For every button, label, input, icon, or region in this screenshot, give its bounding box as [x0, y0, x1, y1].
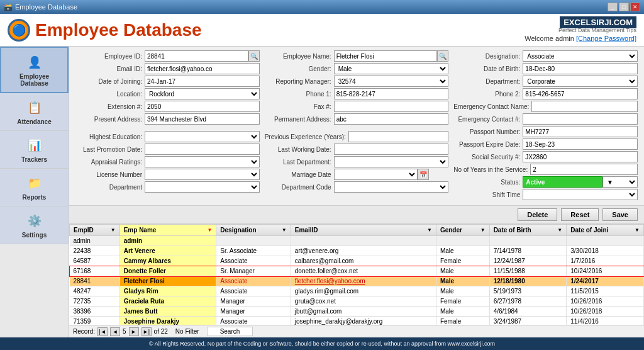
dept-code-label: Department Code — [265, 184, 334, 191]
last-promotion-input[interactable] — [145, 144, 260, 155]
fax-label: Fax #: — [265, 103, 334, 110]
sidebar-item-settings[interactable]: ⚙️ Settings — [0, 206, 69, 244]
shift-time-row: Shift Time — [453, 189, 638, 200]
employee-id-search-button[interactable]: 🔍 — [248, 50, 260, 62]
col-emailid[interactable]: EmailID▼ — [291, 225, 436, 236]
emp-name-search-button[interactable]: 🔍 — [437, 50, 448, 62]
table-row[interactable]: 22438Art VenereSr. Associateart@venere.o… — [70, 246, 644, 256]
marriage-calendar-button[interactable]: 📅 — [418, 169, 429, 180]
app-header: 🔵 Employee Database EXCELSIRJI.COM Perfe… — [0, 14, 644, 47]
designation-select[interactable]: Associate — [523, 50, 638, 62]
table-row[interactable]: 64587Cammy AlbaresAssociatecalbares@gmai… — [70, 256, 644, 266]
emp-name-field-wrap: 🔍 — [334, 50, 449, 62]
maximize-button[interactable]: □ — [619, 3, 629, 11]
present-address-row: Present Address: — [75, 113, 260, 125]
employee-id-input[interactable] — [145, 50, 248, 62]
phone1-input[interactable] — [334, 88, 449, 99]
emergency-num-input[interactable] — [523, 113, 638, 125]
table-row[interactable]: 48247Gladys RimAssociategladys.rim@gmail… — [70, 286, 644, 296]
gender-select[interactable]: Male — [334, 63, 449, 74]
highest-education-select[interactable] — [145, 131, 260, 142]
close-button[interactable]: ✕ — [630, 3, 640, 11]
form-col2: Employee Name: 🔍 Gender: Male Reporting … — [265, 50, 449, 201]
brand-subtitle: Perfect Data Management Tips — [525, 27, 636, 33]
minimize-button[interactable]: _ — [608, 3, 618, 11]
prev-exp-input[interactable] — [348, 131, 449, 142]
table-row[interactable]: 72735Graciela RutaManagergruta@cox.netFe… — [70, 296, 644, 307]
date-joining-input[interactable] — [145, 76, 260, 87]
marriage-date-label: Marriage Date — [265, 171, 334, 178]
marriage-date-select[interactable] — [334, 169, 418, 180]
table-row[interactable]: adminadmin — [70, 236, 644, 246]
years-service-input[interactable] — [530, 164, 638, 175]
sidebar-item-employee[interactable]: 👤 EmployeeDatabase — [0, 47, 69, 93]
department-c1-select[interactable] — [145, 181, 260, 193]
sidebar-label-attendance: Attendance — [17, 118, 51, 125]
cell-dob: 12/18/1980 — [489, 276, 567, 286]
sidebar-item-reports[interactable]: 📁 Reports — [0, 169, 69, 206]
dob-input[interactable] — [523, 63, 638, 74]
table-row[interactable]: 67168Donette FollerSr. Managerdonette.fo… — [70, 266, 644, 276]
last-promotion-row: Last Promotion Date: — [75, 144, 260, 155]
cell-gender: Male — [436, 286, 489, 296]
employee-id-field-wrap: 🔍 — [145, 50, 260, 62]
extension-input[interactable] — [145, 101, 260, 112]
email-id-label: Email ID: — [75, 65, 145, 72]
delete-button[interactable]: Delete — [518, 208, 557, 221]
last-dept-select[interactable] — [334, 156, 449, 167]
next-record-button[interactable]: ► — [129, 327, 139, 336]
sidebar-item-attendance[interactable]: 📋 Attendance — [0, 93, 69, 131]
fax-input[interactable] — [334, 101, 449, 112]
status-select[interactable]: ▼ — [602, 176, 638, 188]
col-doi[interactable]: Date of Joini▼ — [567, 225, 644, 236]
location-select[interactable]: Rockford — [145, 88, 260, 99]
dept-code-select[interactable] — [334, 181, 449, 193]
dept-code-row: Department Code — [265, 181, 449, 193]
appraisal-select[interactable] — [145, 156, 260, 167]
last-record-button[interactable]: ►| — [142, 327, 152, 336]
last-working-input[interactable] — [334, 144, 449, 155]
cell-empid: 48247 — [70, 286, 120, 296]
table-row[interactable]: 28841Fletcher FlosiAssociatefletcher.flo… — [70, 276, 644, 286]
window-controls[interactable]: _ □ ✕ — [608, 3, 640, 11]
reporting-manager-select[interactable]: 32574 — [334, 76, 449, 87]
shift-time-select[interactable] — [523, 189, 638, 200]
cell-empname: James Butt — [119, 307, 216, 317]
col-dob[interactable]: Date of Birth▼ — [489, 225, 567, 236]
search-bar[interactable]: Search — [207, 327, 253, 336]
permanent-address-input[interactable] — [334, 113, 449, 125]
col-empname[interactable]: Emp Name▼ — [119, 225, 216, 236]
passport-expire-input[interactable] — [523, 138, 638, 150]
col-designation[interactable]: Designation▼ — [216, 225, 291, 236]
ssn-input[interactable] — [523, 151, 638, 162]
status-input[interactable] — [523, 176, 602, 188]
dept-select[interactable]: Corporate — [523, 76, 638, 87]
dob-label: Date of Birth: — [453, 65, 523, 72]
reset-button[interactable]: Reset — [561, 208, 599, 221]
passport-num-input[interactable] — [523, 126, 638, 137]
highest-education-row: Highest Education: — [75, 131, 260, 142]
table-row[interactable]: 38396James ButtManagerjbutt@gmail.comMal… — [70, 307, 644, 317]
email-id-input[interactable] — [145, 63, 260, 74]
prev-record-button[interactable]: ◄ — [110, 327, 120, 336]
col-gender[interactable]: Gender▼ — [436, 225, 489, 236]
dept-label: Department: — [453, 78, 523, 85]
col-empid[interactable]: EmpID▼ — [70, 225, 120, 236]
phone2-input[interactable] — [523, 88, 638, 99]
table-row[interactable]: 71359Josephine DarakjyAssociatejosephine… — [70, 317, 644, 325]
emergency-name-input[interactable] — [531, 101, 638, 112]
change-password-link[interactable]: [Change Password] — [576, 35, 636, 42]
emp-name-input[interactable] — [334, 50, 438, 62]
save-button[interactable]: Save — [602, 208, 638, 221]
cell-empname: admin — [119, 236, 216, 246]
license-select[interactable] — [145, 169, 260, 180]
sidebar-label-reports: Reports — [23, 194, 47, 201]
cell-designation: Associate — [216, 317, 291, 325]
present-address-input[interactable] — [145, 113, 260, 125]
first-record-button[interactable]: |◄ — [97, 327, 108, 336]
total-records: of 22 — [154, 328, 168, 335]
action-bar: Delete Reset Save — [69, 206, 644, 224]
sidebar-item-trackers[interactable]: 📊 Trackers — [0, 131, 69, 169]
gender-label: Gender: — [265, 65, 334, 72]
reporting-manager-label: Reporting Manager: — [265, 78, 334, 85]
